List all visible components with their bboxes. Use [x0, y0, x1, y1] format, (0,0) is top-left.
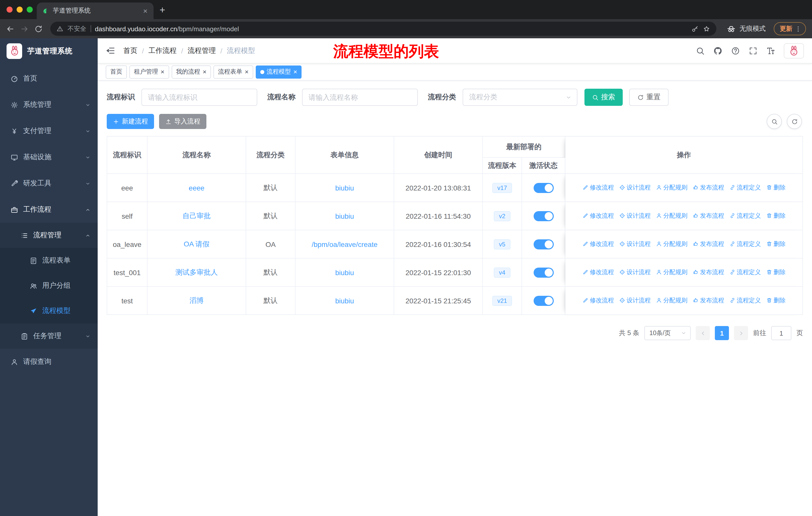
goto-page-input[interactable]: [771, 326, 791, 340]
tag-close-icon[interactable]: ×: [293, 69, 297, 75]
tag-首页[interactable]: 首页: [106, 65, 127, 78]
action-definition[interactable]: 流程定义: [729, 184, 761, 192]
action-publish[interactable]: 发布流程: [692, 296, 724, 305]
action-design[interactable]: 设计流程: [619, 240, 651, 248]
process-name-link[interactable]: 测试多审批人: [175, 268, 218, 276]
sidebar-item-home[interactable]: 首页: [0, 65, 98, 92]
window-zoom-button[interactable]: [27, 6, 33, 12]
form-info-link[interactable]: biubiu: [335, 297, 354, 305]
window-minimize-button[interactable]: [17, 6, 23, 12]
sidebar-item-system-management[interactable]: 系统管理: [0, 92, 98, 118]
tab-close-icon[interactable]: ×: [142, 6, 148, 15]
process-name-link[interactable]: OA 请假: [184, 240, 210, 248]
new-tab-button[interactable]: +: [160, 5, 165, 15]
action-modify[interactable]: 修改流程: [582, 240, 614, 248]
window-close-button[interactable]: [6, 6, 12, 12]
process-name-link[interactable]: eeee: [189, 184, 204, 192]
search-icon[interactable]: [696, 46, 705, 55]
action-definition[interactable]: 流程定义: [729, 268, 761, 277]
tag-close-icon[interactable]: ×: [161, 69, 164, 75]
user-avatar[interactable]: [784, 43, 804, 58]
action-delete[interactable]: 删除: [766, 296, 786, 305]
create-process-button[interactable]: 新建流程: [107, 114, 154, 129]
form-info-link[interactable]: biubiu: [335, 268, 354, 276]
action-assign-rule[interactable]: 分配规则: [656, 184, 688, 192]
active-status-toggle[interactable]: [533, 183, 553, 193]
sidebar-item-user-group[interactable]: 用户分组: [0, 273, 98, 298]
action-assign-rule[interactable]: 分配规则: [656, 212, 688, 220]
fullscreen-icon[interactable]: [749, 46, 758, 55]
tag-close-icon[interactable]: ×: [203, 69, 206, 75]
tag-流程模型[interactable]: 流程模型×: [256, 65, 302, 78]
process-name-input[interactable]: [302, 89, 418, 106]
form-info-link[interactable]: /bpm/oa/leave/create: [312, 240, 378, 248]
sidebar-item-workflow[interactable]: 工作流程: [0, 196, 98, 223]
breadcrumb-item[interactable]: 首页: [123, 46, 138, 55]
action-delete[interactable]: 删除: [766, 268, 786, 277]
tag-流程表单[interactable]: 流程表单×: [213, 65, 253, 78]
action-design[interactable]: 设计流程: [619, 268, 651, 277]
active-status-toggle[interactable]: [533, 296, 553, 306]
address-bar[interactable]: 不安全 dashboard.yudao.iocoder.cn/bpm/manag…: [50, 22, 716, 36]
action-assign-rule[interactable]: 分配规则: [656, 268, 688, 277]
sidebar-item-process-form[interactable]: 流程表单: [0, 248, 98, 273]
process-key-input[interactable]: [141, 89, 257, 106]
action-definition[interactable]: 流程定义: [729, 296, 761, 305]
process-category-select[interactable]: 流程分类: [463, 89, 577, 106]
action-assign-rule[interactable]: 分配规则: [656, 240, 688, 248]
sidebar-item-process-management[interactable]: 流程管理: [0, 223, 98, 248]
action-delete[interactable]: 删除: [766, 240, 786, 248]
sidebar-item-infrastructure[interactable]: 基础设施: [0, 144, 98, 170]
import-process-button[interactable]: 导入流程: [159, 114, 206, 129]
active-status-toggle[interactable]: [533, 267, 553, 277]
sidebar-item-process-model[interactable]: 流程模型: [0, 298, 98, 324]
action-publish[interactable]: 发布流程: [692, 268, 724, 277]
tag-租户管理[interactable]: 租户管理×: [129, 65, 169, 78]
font-size-icon[interactable]: [766, 46, 775, 55]
breadcrumb-item[interactable]: 工作流程: [148, 46, 177, 55]
sidebar-item-payment-management[interactable]: 支付管理: [0, 118, 98, 144]
next-page-button[interactable]: [734, 326, 748, 340]
sidebar-toggle-button[interactable]: [106, 46, 115, 55]
action-design[interactable]: 设计流程: [619, 184, 651, 192]
sidebar-item-leave-query[interactable]: 请假查询: [0, 349, 98, 375]
browser-menu-icon[interactable]: [794, 25, 802, 32]
process-name-link[interactable]: 滔博: [190, 296, 204, 304]
action-assign-rule[interactable]: 分配规则: [656, 296, 688, 305]
sidebar-item-task-management[interactable]: 任务管理: [0, 324, 98, 349]
action-modify[interactable]: 修改流程: [582, 184, 614, 192]
action-delete[interactable]: 删除: [766, 184, 786, 192]
action-publish[interactable]: 发布流程: [692, 212, 724, 220]
back-button[interactable]: [6, 24, 14, 33]
app-logo[interactable]: 芋道管理系统: [0, 38, 98, 63]
toggle-search-button[interactable]: [767, 114, 782, 129]
reset-button[interactable]: 重置: [629, 89, 669, 106]
search-button[interactable]: 搜索: [584, 89, 623, 106]
action-design[interactable]: 设计流程: [619, 296, 651, 305]
page-1-button[interactable]: 1: [715, 326, 729, 340]
browser-tab[interactable]: 芋道管理系统 ×: [37, 2, 153, 19]
tag-我的流程[interactable]: 我的流程×: [171, 65, 211, 78]
refresh-table-button[interactable]: [787, 114, 802, 129]
reload-button[interactable]: [34, 24, 43, 33]
tag-close-icon[interactable]: ×: [245, 69, 249, 75]
breadcrumb-item[interactable]: 流程管理: [188, 46, 216, 55]
password-manager-icon[interactable]: [691, 25, 699, 32]
sidebar-item-dev-tools[interactable]: 研发工具: [0, 170, 98, 196]
action-modify[interactable]: 修改流程: [582, 268, 614, 277]
form-info-link[interactable]: biubiu: [335, 184, 354, 192]
action-modify[interactable]: 修改流程: [582, 296, 614, 305]
action-definition[interactable]: 流程定义: [729, 212, 761, 220]
help-icon[interactable]: [731, 46, 740, 55]
form-info-link[interactable]: biubiu: [335, 212, 354, 220]
security-label[interactable]: 不安全: [67, 24, 86, 33]
github-icon[interactable]: [713, 46, 722, 55]
update-button[interactable]: 更新: [774, 22, 806, 35]
active-status-toggle[interactable]: [533, 211, 553, 221]
action-publish[interactable]: 发布流程: [692, 240, 724, 248]
action-definition[interactable]: 流程定义: [729, 240, 761, 248]
action-design[interactable]: 设计流程: [619, 212, 651, 220]
page-size-select[interactable]: 10条/页: [644, 326, 691, 340]
action-modify[interactable]: 修改流程: [582, 212, 614, 220]
forward-button[interactable]: [20, 24, 29, 33]
